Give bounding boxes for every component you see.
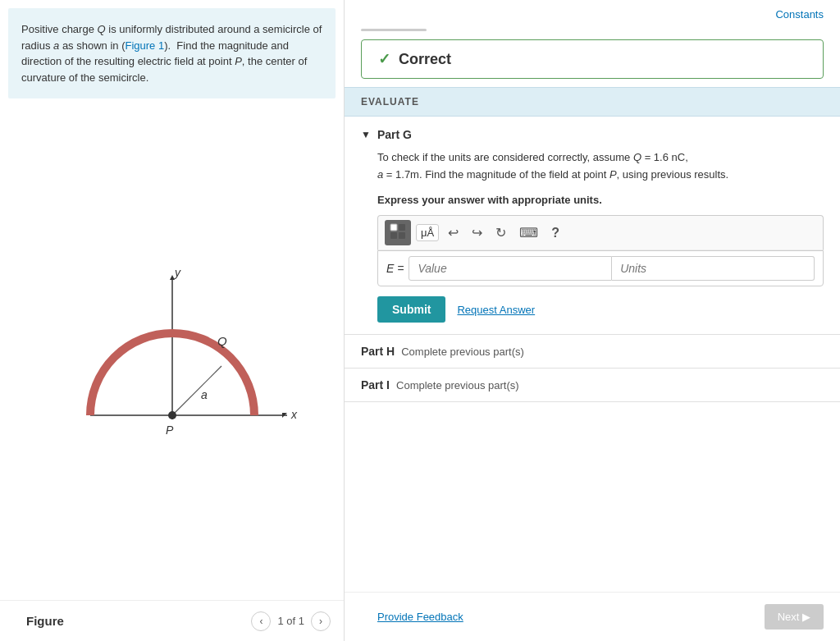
part-g-text-line1: To check if the units are considered cor… [377,149,824,184]
grid-toolbar-button[interactable] [385,220,411,245]
correct-label: Correct [399,51,451,68]
figure-next-button[interactable]: › [311,611,331,631]
svg-text:P: P [166,424,174,437]
part-g-section: ▼ Part G To check if the units are consi… [345,117,840,335]
redo-toolbar-button[interactable]: ↪ [468,222,486,243]
problem-text: Positive charge Q is uniformly distribut… [8,8,336,98]
value-input[interactable] [409,256,612,281]
part-g-title: Part G [377,128,412,141]
svg-text:y: y [174,266,181,279]
svg-line-7 [172,366,221,415]
svg-text:a: a [201,388,208,401]
svg-rect-11 [390,224,397,231]
left-panel: Positive charge Q is uniformly distribut… [0,0,345,641]
request-answer-button[interactable]: Request Answer [457,304,535,316]
provide-feedback-link[interactable]: Provide Feedback [361,601,480,633]
part-h-section: Part H Complete previous part(s) [345,335,840,369]
svg-point-9 [168,411,176,419]
submit-button[interactable]: Submit [377,296,445,323]
right-panel: Constants ✓ Correct EVALUATE ▼ Part G To… [345,0,840,641]
next-button[interactable]: Next ▶ [765,604,824,630]
figure-diagram: x y Q a P [41,255,304,452]
keyboard-toolbar-button[interactable]: ⌨ [515,222,542,243]
correct-box: ✓ Correct [361,39,824,79]
part-i-title: Part I [361,378,390,391]
part-h-text: Complete previous part(s) [401,346,524,358]
constants-link[interactable]: Constants [345,0,840,29]
grid-icon [389,222,407,240]
problem-text-content: Positive charge Q is uniformly distribut… [21,23,322,84]
figure-label: Figure [13,607,77,634]
mu-toolbar-button[interactable]: μÅ [416,224,439,241]
part-i-text: Complete previous part(s) [396,379,519,391]
part-g-header: ▼ Part G [361,128,824,141]
help-toolbar-button[interactable]: ? [547,223,564,243]
part-h-title: Part H [361,345,395,358]
express-label: Express your answer with appropriate uni… [377,192,824,209]
input-toolbar: μÅ ↩ ↪ ↻ ⌨ ? [377,215,824,250]
progress-divider [361,29,427,31]
figure-footer: Figure ‹ 1 of 1 › [0,600,344,641]
svg-rect-13 [390,232,397,239]
evaluate-bar: EVALUATE [345,87,840,117]
footer-row: Provide Feedback Next ▶ [345,592,840,641]
svg-rect-14 [399,232,405,239]
figure-nav: ‹ 1 of 1 › [251,611,331,631]
figure-nav-counter: 1 of 1 [277,615,304,627]
part-g-body: To check if the units are considered cor… [377,149,824,323]
refresh-toolbar-button[interactable]: ↻ [491,222,510,243]
svg-rect-12 [399,224,405,231]
units-input[interactable] [612,256,815,281]
correct-check-icon: ✓ [378,50,390,68]
figure-prev-button[interactable]: ‹ [251,611,271,631]
figure-container: x y Q a P [0,107,344,600]
svg-text:Q: Q [217,334,227,348]
action-row: Submit Request Answer [377,296,824,323]
eq-label: E = [386,259,404,277]
undo-toolbar-button[interactable]: ↩ [444,222,463,243]
part-g-collapse-icon[interactable]: ▼ [361,129,371,140]
part-i-section: Part I Complete previous part(s) [345,369,840,402]
answer-input-row: E = [377,250,824,286]
svg-text:x: x [290,408,298,421]
figure-link[interactable]: Figure 1 [125,39,164,52]
